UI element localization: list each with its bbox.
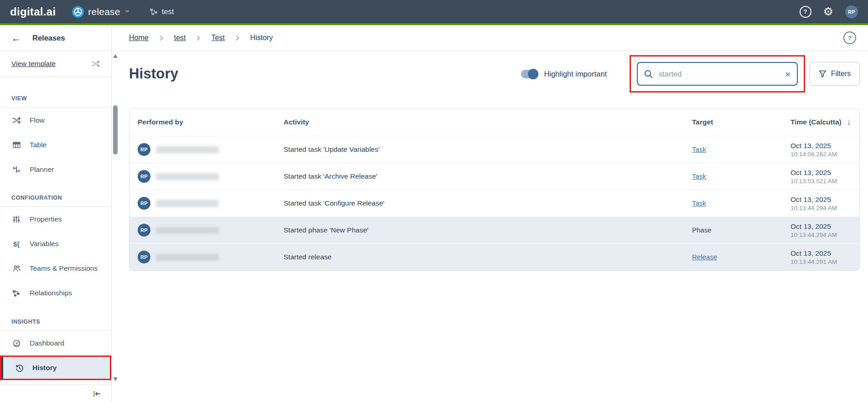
history-icon <box>14 364 24 372</box>
annotation-box-search: × <box>630 55 805 93</box>
performer-name-blurred <box>156 254 219 261</box>
workspace-tab-test[interactable]: test <box>150 7 174 16</box>
row-date: Oct 13, 2025 <box>790 196 842 204</box>
page-content: History Highlight important × <box>119 55 868 271</box>
chevron-right-icon <box>160 35 163 41</box>
app-root: digital.ai release™ test ? ⚙ <box>0 0 868 402</box>
highlight-important-toggle[interactable] <box>521 70 537 78</box>
breadcrumb-test[interactable]: test <box>174 34 186 42</box>
sidebar-item-variables[interactable]: ${ Variables <box>0 232 111 256</box>
planner-icon <box>11 166 21 173</box>
activity-text: Started release <box>284 253 692 261</box>
chevron-right-icon <box>236 35 239 41</box>
sidebar-scrollbar[interactable] <box>112 54 119 382</box>
sidebar-item-label: History <box>32 364 57 372</box>
release-logo: release™ <box>72 6 129 18</box>
target-link[interactable]: Release <box>692 253 717 261</box>
scroll-thumb[interactable] <box>113 105 118 155</box>
toggle-label: Highlight important <box>544 70 607 78</box>
gear-icon[interactable]: ⚙ <box>823 6 833 17</box>
column-activity: Activity <box>284 118 692 126</box>
table-row[interactable]: RP Started task 'Update Variables' Task … <box>129 136 859 163</box>
row-date: Oct 13, 2025 <box>790 222 842 231</box>
performer-name-blurred <box>156 173 219 180</box>
column-target: Target <box>692 118 790 126</box>
sidebar-item-planner[interactable]: Planner <box>0 157 111 182</box>
sidebar-item-teams-permissions[interactable]: Teams & Permissions <box>0 256 111 281</box>
scroll-down-icon[interactable] <box>113 377 118 381</box>
breadcrumb-home[interactable]: Home <box>129 34 149 42</box>
collapse-sidebar-icon[interactable] <box>93 390 101 397</box>
toolbar: History Highlight important × <box>129 55 860 93</box>
digitalai-logo: digital.ai <box>10 5 56 18</box>
activity-text: Started task 'Archive Release' <box>284 172 692 180</box>
sidebar-item-label: Planner <box>30 165 54 174</box>
performer-name-blurred <box>156 227 219 234</box>
release-logo-icon <box>72 6 84 18</box>
sidebar-title: Releases <box>32 34 65 42</box>
back-icon[interactable]: ← <box>11 33 21 43</box>
table-row[interactable]: RP Started task 'Archive Release' Task O… <box>129 163 859 190</box>
column-time[interactable]: Time (Calcutta) <box>790 118 842 126</box>
target-link[interactable]: Task <box>692 145 706 153</box>
sidebar-item-properties[interactable]: Properties <box>0 207 111 232</box>
sidebar-header: ← Releases <box>0 25 111 51</box>
avatar: RP <box>138 197 150 210</box>
section-label-view: VIEW <box>0 77 111 108</box>
breadcrumb-test-release[interactable]: Test <box>211 34 224 42</box>
help-icon[interactable]: ? <box>800 6 811 18</box>
shuffle-icon <box>11 117 21 124</box>
sidebar-item-label: Table <box>30 141 46 149</box>
section-label-insights: INSIGHTS <box>0 305 111 330</box>
activity-text: Started task 'Configure Release' <box>284 199 692 207</box>
row-time: 10:13:44.294 AM <box>790 205 842 211</box>
help-icon-secondary[interactable]: ? <box>843 31 856 44</box>
history-table: Performed by Activity Target Time (Calcu… <box>129 108 860 271</box>
table-row[interactable]: RP Started phase 'New Phase' Phase Oct 1… <box>129 216 859 243</box>
sidebar-item-label: Flow <box>30 116 45 124</box>
sidebar-item-table[interactable]: Table <box>0 133 111 157</box>
teams-icon <box>11 265 21 272</box>
row-time: 10:13:44.294 AM <box>790 232 842 238</box>
sidebar-item-relationships[interactable]: Relationships <box>0 281 111 305</box>
sidebar-item-dashboard[interactable]: Dashboard <box>0 331 111 356</box>
sort-desc-icon[interactable]: ↓ <box>842 117 851 127</box>
sidebar-item-label: Relationships <box>30 289 72 297</box>
table-header: Performed by Activity Target Time (Calcu… <box>129 108 859 136</box>
view-template-link[interactable]: View template <box>11 60 56 68</box>
sidebar-item-label: Teams & Permissions <box>30 264 98 273</box>
target-link[interactable]: Task <box>692 172 706 180</box>
column-performed-by: Performed by <box>138 118 284 126</box>
search-input[interactable] <box>658 69 780 79</box>
performer-name-blurred <box>156 146 219 153</box>
activity-text: Started task 'Update Variables' <box>284 145 692 154</box>
sidebar-item-history[interactable]: History <box>0 356 111 380</box>
filters-label: Filters <box>831 70 851 78</box>
row-date: Oct 13, 2025 <box>790 142 842 150</box>
table-row[interactable]: RP Started task 'Configure Release' Task… <box>129 190 859 216</box>
toggle-knob <box>528 69 538 79</box>
filters-button[interactable]: Filters <box>810 62 860 86</box>
topbar-actions: ? ⚙ RP <box>800 5 858 18</box>
user-avatar[interactable]: RP <box>845 5 858 18</box>
target-link[interactable]: Task <box>692 199 706 207</box>
sidebar-item-flow[interactable]: Flow <box>0 108 111 133</box>
clear-search-icon[interactable]: × <box>785 69 790 79</box>
search-box: × <box>637 62 798 86</box>
table-row[interactable]: RP Started release Release Oct 13, 2025 … <box>129 243 859 270</box>
page-title: History <box>129 66 178 82</box>
row-date: Oct 13, 2025 <box>790 249 842 258</box>
avatar: RP <box>138 251 150 263</box>
search-icon <box>644 70 653 78</box>
row-time: 10:13:53.021 AM <box>790 178 842 185</box>
trademark: ™ <box>125 10 129 14</box>
row-time: 10:14:06.262 AM <box>790 151 842 158</box>
scroll-up-icon[interactable] <box>113 54 118 58</box>
relationships-icon <box>11 290 21 297</box>
dashboard-icon <box>11 340 21 347</box>
sidebar-item-label: Properties <box>30 215 62 223</box>
topbar: digital.ai release™ test ? ⚙ <box>0 0 868 23</box>
sidebar-nav: View template VIEW Flow <box>0 51 111 380</box>
row-date: Oct 13, 2025 <box>790 169 842 177</box>
row-time: 10:13:44.291 AM <box>790 258 842 265</box>
